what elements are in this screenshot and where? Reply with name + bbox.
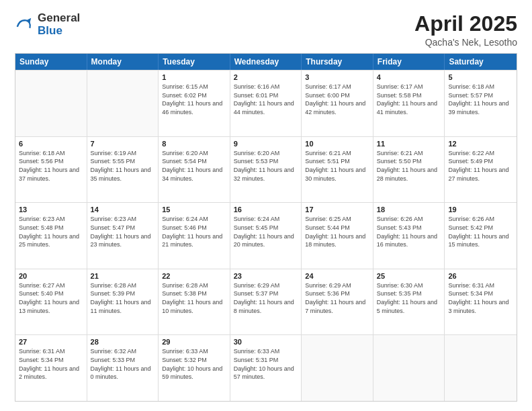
day-number: 9 bbox=[234, 140, 298, 148]
day-number: 5 bbox=[448, 73, 513, 81]
day-number: 27 bbox=[19, 338, 83, 346]
calendar-day-cell bbox=[373, 335, 445, 401]
day-number: 15 bbox=[162, 205, 226, 214]
calendar-week-row: 27Sunrise: 6:31 AM Sunset: 5:34 PM Dayli… bbox=[15, 334, 517, 401]
calendar-week-row: 13Sunrise: 6:23 AM Sunset: 5:48 PM Dayli… bbox=[15, 202, 517, 269]
day-info: Sunrise: 6:23 AM Sunset: 5:48 PM Dayligh… bbox=[19, 215, 83, 248]
calendar-day-cell: 3Sunrise: 6:17 AM Sunset: 6:00 PM Daylig… bbox=[302, 71, 373, 136]
day-info: Sunrise: 6:16 AM Sunset: 6:01 PM Dayligh… bbox=[234, 83, 298, 116]
calendar-week-row: 6Sunrise: 6:18 AM Sunset: 5:56 PM Daylig… bbox=[15, 136, 517, 203]
day-number: 16 bbox=[234, 205, 298, 214]
calendar-day-cell: 11Sunrise: 6:21 AM Sunset: 5:50 PM Dayli… bbox=[373, 137, 445, 203]
calendar-day-cell: 25Sunrise: 6:30 AM Sunset: 5:35 PM Dayli… bbox=[373, 269, 445, 335]
calendar-day-cell: 6Sunrise: 6:18 AM Sunset: 5:56 PM Daylig… bbox=[15, 137, 87, 203]
day-info: Sunrise: 6:24 AM Sunset: 5:45 PM Dayligh… bbox=[234, 215, 298, 248]
calendar-body: 1Sunrise: 6:15 AM Sunset: 6:02 PM Daylig… bbox=[15, 70, 517, 401]
day-info: Sunrise: 6:18 AM Sunset: 5:57 PM Dayligh… bbox=[448, 83, 513, 116]
calendar-week-row: 1Sunrise: 6:15 AM Sunset: 6:02 PM Daylig… bbox=[15, 70, 517, 136]
calendar-day-cell: 26Sunrise: 6:31 AM Sunset: 5:34 PM Dayli… bbox=[445, 269, 517, 335]
calendar: SundayMondayTuesdayWednesdayThursdayFrid… bbox=[15, 53, 517, 402]
calendar-day-cell: 5Sunrise: 6:18 AM Sunset: 5:57 PM Daylig… bbox=[445, 71, 517, 136]
calendar-day-cell: 30Sunrise: 6:33 AM Sunset: 5:31 PM Dayli… bbox=[230, 335, 302, 401]
day-info: Sunrise: 6:33 AM Sunset: 5:32 PM Dayligh… bbox=[162, 347, 226, 381]
day-info: Sunrise: 6:29 AM Sunset: 5:36 PM Dayligh… bbox=[305, 281, 369, 315]
day-info: Sunrise: 6:25 AM Sunset: 5:44 PM Dayligh… bbox=[305, 215, 369, 248]
day-info: Sunrise: 6:21 AM Sunset: 5:51 PM Dayligh… bbox=[305, 149, 369, 183]
day-info: Sunrise: 6:27 AM Sunset: 5:40 PM Dayligh… bbox=[19, 281, 83, 315]
day-number: 10 bbox=[305, 140, 369, 148]
day-number: 7 bbox=[91, 140, 155, 148]
day-info: Sunrise: 6:17 AM Sunset: 5:58 PM Dayligh… bbox=[377, 83, 441, 116]
calendar-day-cell: 19Sunrise: 6:26 AM Sunset: 5:42 PM Dayli… bbox=[445, 203, 517, 269]
logo-general-text: General bbox=[38, 12, 80, 25]
day-info: Sunrise: 6:28 AM Sunset: 5:39 PM Dayligh… bbox=[91, 281, 155, 315]
calendar-day-cell: 24Sunrise: 6:29 AM Sunset: 5:36 PM Dayli… bbox=[302, 269, 373, 335]
calendar-day-cell: 20Sunrise: 6:27 AM Sunset: 5:40 PM Dayli… bbox=[15, 269, 87, 335]
day-info: Sunrise: 6:20 AM Sunset: 5:53 PM Dayligh… bbox=[234, 149, 298, 183]
day-number: 28 bbox=[91, 338, 155, 346]
day-info: Sunrise: 6:17 AM Sunset: 6:00 PM Dayligh… bbox=[305, 83, 369, 116]
day-info: Sunrise: 6:23 AM Sunset: 5:47 PM Dayligh… bbox=[91, 215, 155, 248]
calendar-day-cell: 21Sunrise: 6:28 AM Sunset: 5:39 PM Dayli… bbox=[87, 269, 159, 335]
day-number: 3 bbox=[305, 73, 369, 81]
calendar-day-cell: 16Sunrise: 6:24 AM Sunset: 5:45 PM Dayli… bbox=[230, 203, 302, 269]
calendar-day-cell bbox=[445, 335, 517, 401]
calendar-header-cell: Sunday bbox=[15, 54, 87, 70]
day-info: Sunrise: 6:24 AM Sunset: 5:46 PM Dayligh… bbox=[162, 215, 226, 248]
calendar-header-row: SundayMondayTuesdayWednesdayThursdayFrid… bbox=[15, 54, 517, 70]
day-number: 22 bbox=[162, 272, 226, 280]
calendar-day-cell bbox=[302, 335, 373, 401]
day-info: Sunrise: 6:26 AM Sunset: 5:42 PM Dayligh… bbox=[448, 215, 513, 248]
logo-icon bbox=[15, 15, 34, 34]
day-number: 14 bbox=[91, 205, 155, 214]
calendar-day-cell bbox=[15, 71, 87, 136]
calendar-day-cell: 14Sunrise: 6:23 AM Sunset: 5:47 PM Dayli… bbox=[87, 203, 159, 269]
calendar-day-cell: 18Sunrise: 6:26 AM Sunset: 5:43 PM Dayli… bbox=[373, 203, 445, 269]
calendar-day-cell: 4Sunrise: 6:17 AM Sunset: 5:58 PM Daylig… bbox=[373, 71, 445, 136]
title-block: April 2025 Qacha's Nek, Lesotho bbox=[414, 12, 517, 48]
day-number: 18 bbox=[377, 205, 441, 214]
day-number: 1 bbox=[162, 73, 226, 81]
day-number: 25 bbox=[377, 272, 441, 280]
day-number: 21 bbox=[91, 272, 155, 280]
day-number: 12 bbox=[448, 140, 513, 148]
calendar-day-cell: 27Sunrise: 6:31 AM Sunset: 5:34 PM Dayli… bbox=[15, 335, 87, 401]
calendar-header-cell: Monday bbox=[87, 54, 159, 70]
day-info: Sunrise: 6:15 AM Sunset: 6:02 PM Dayligh… bbox=[162, 83, 226, 116]
calendar-header-cell: Thursday bbox=[302, 54, 373, 70]
logo: General Blue bbox=[15, 12, 80, 37]
logo-blue-text: Blue bbox=[38, 25, 80, 38]
day-info: Sunrise: 6:31 AM Sunset: 5:34 PM Dayligh… bbox=[448, 281, 513, 315]
day-info: Sunrise: 6:30 AM Sunset: 5:35 PM Dayligh… bbox=[377, 281, 441, 315]
calendar-day-cell: 13Sunrise: 6:23 AM Sunset: 5:48 PM Dayli… bbox=[15, 203, 87, 269]
calendar-header-cell: Friday bbox=[373, 54, 445, 70]
calendar-header-cell: Saturday bbox=[445, 54, 517, 70]
calendar-day-cell: 29Sunrise: 6:33 AM Sunset: 5:32 PM Dayli… bbox=[159, 335, 230, 401]
calendar-day-cell: 1Sunrise: 6:15 AM Sunset: 6:02 PM Daylig… bbox=[159, 71, 230, 136]
calendar-header-cell: Wednesday bbox=[230, 54, 302, 70]
day-number: 30 bbox=[234, 338, 298, 346]
day-info: Sunrise: 6:31 AM Sunset: 5:34 PM Dayligh… bbox=[19, 347, 83, 381]
day-number: 19 bbox=[448, 205, 513, 214]
day-info: Sunrise: 6:32 AM Sunset: 5:33 PM Dayligh… bbox=[91, 347, 155, 381]
header: General Blue April 2025 Qacha's Nek, Les… bbox=[15, 12, 517, 48]
calendar-day-cell: 28Sunrise: 6:32 AM Sunset: 5:33 PM Dayli… bbox=[87, 335, 159, 401]
day-info: Sunrise: 6:19 AM Sunset: 5:55 PM Dayligh… bbox=[91, 149, 155, 183]
calendar-day-cell: 10Sunrise: 6:21 AM Sunset: 5:51 PM Dayli… bbox=[302, 137, 373, 203]
calendar-day-cell: 17Sunrise: 6:25 AM Sunset: 5:44 PM Dayli… bbox=[302, 203, 373, 269]
calendar-week-row: 20Sunrise: 6:27 AM Sunset: 5:40 PM Dayli… bbox=[15, 269, 517, 335]
day-number: 6 bbox=[19, 140, 83, 148]
day-info: Sunrise: 6:26 AM Sunset: 5:43 PM Dayligh… bbox=[377, 215, 441, 248]
day-number: 26 bbox=[448, 272, 513, 280]
calendar-day-cell: 22Sunrise: 6:28 AM Sunset: 5:38 PM Dayli… bbox=[159, 269, 230, 335]
day-info: Sunrise: 6:28 AM Sunset: 5:38 PM Dayligh… bbox=[162, 281, 226, 315]
day-number: 17 bbox=[305, 205, 369, 214]
day-info: Sunrise: 6:18 AM Sunset: 5:56 PM Dayligh… bbox=[19, 149, 83, 183]
calendar-subtitle: Qacha's Nek, Lesotho bbox=[414, 37, 517, 48]
day-info: Sunrise: 6:22 AM Sunset: 5:49 PM Dayligh… bbox=[448, 149, 513, 183]
day-info: Sunrise: 6:29 AM Sunset: 5:37 PM Dayligh… bbox=[234, 281, 298, 315]
logo-text: General Blue bbox=[38, 12, 80, 37]
day-number: 29 bbox=[162, 338, 226, 346]
calendar-day-cell: 8Sunrise: 6:20 AM Sunset: 5:54 PM Daylig… bbox=[159, 137, 230, 203]
day-number: 23 bbox=[234, 272, 298, 280]
